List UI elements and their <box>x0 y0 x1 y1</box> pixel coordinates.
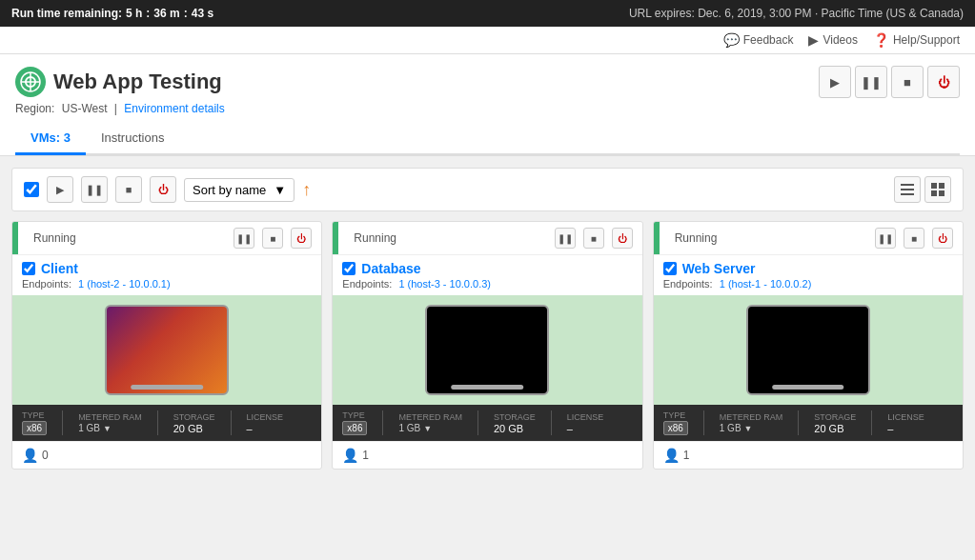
play-button[interactable]: ▶ <box>819 66 851 98</box>
vm-checkbox-database[interactable] <box>342 262 355 275</box>
sort-dropdown[interactable]: Sort by name ▼ <box>184 178 295 202</box>
users-icon-database: 👤 <box>342 448 358 463</box>
ram-value-database: 1 GB ▼ <box>398 423 462 433</box>
grid-view-icon <box>931 183 945 196</box>
vm-stop-client[interactable]: ■ <box>262 228 283 249</box>
feedback-button[interactable]: 💬 Feedback <box>723 32 794 48</box>
vm-thumbnail-client[interactable] <box>105 305 229 395</box>
divider1-client <box>62 410 63 435</box>
vm-footer-client: 👤 0 <box>12 441 321 469</box>
type-value-webserver: x86 <box>663 421 688 435</box>
runtime-label: Run time remaining: <box>11 7 122 20</box>
vm-specs-webserver: TYPE x86 METERED RAM 1 GB ▼ STORAGE 20 G… <box>654 405 963 441</box>
vm-screen-client[interactable] <box>12 295 321 405</box>
scrollbar-webserver <box>772 385 844 390</box>
license-label-webserver: LICENSE <box>887 412 924 422</box>
spec-license-webserver: LICENSE – <box>887 412 924 434</box>
vm-endpoints-database: Endpoints: 1 (host-3 - 10.0.0.3) <box>333 278 641 295</box>
vm-screen-webserver[interactable] <box>654 295 963 405</box>
app-logo <box>15 67 46 97</box>
vm-cards: Running ❚❚ ■ ⏻ Client Endpoints: 1 (host… <box>11 221 964 470</box>
sort-label: Sort by name <box>193 183 266 197</box>
runtime-display: Run time remaining: 5 h : 36 m : 43 s <box>11 7 213 20</box>
ram-label-webserver: METERED RAM <box>720 412 783 422</box>
vm-header-database: Running ❚❚ ■ ⏻ <box>333 222 641 255</box>
storage-value-webserver: 20 GB <box>814 423 856 434</box>
divider2-database <box>477 410 478 435</box>
divider3-webserver <box>871 410 872 435</box>
license-label-client: LICENSE <box>247 412 284 422</box>
endpoints-link-client[interactable]: 1 (host-2 - 10.0.0.1) <box>78 278 171 290</box>
vm-title-webserver: Web Server <box>654 255 963 278</box>
videos-label: Videos <box>823 33 857 47</box>
select-all-checkbox[interactable] <box>24 182 39 197</box>
spec-storage-webserver: STORAGE 20 GB <box>814 412 856 434</box>
list-view-icon <box>901 183 914 196</box>
vm-checkbox-webserver[interactable] <box>663 262 677 275</box>
app-title: Web App Testing <box>15 67 222 97</box>
vm-stop-database[interactable]: ■ <box>583 228 604 249</box>
divider2-webserver <box>798 410 799 435</box>
divider1-webserver <box>703 410 704 435</box>
license-label-database: LICENSE <box>567 412 604 422</box>
pause-button[interactable]: ❚❚ <box>855 66 887 98</box>
vm-card-webserver: Running ❚❚ ■ ⏻ Web Server Endpoints: 1 (… <box>653 221 964 470</box>
spec-license-database: LICENSE – <box>567 412 604 434</box>
endpoints-link-database[interactable]: 1 (host-3 - 10.0.0.3) <box>398 278 491 290</box>
vm-status-bar-webserver <box>654 222 660 254</box>
vm-power-webserver[interactable]: ⏻ <box>932 228 953 249</box>
vm-title-database: Database <box>333 255 641 278</box>
svg-rect-5 <box>901 189 914 190</box>
endpoints-link-webserver[interactable]: 1 (host-1 - 10.0.0.2) <box>720 278 812 290</box>
vm-specs-database: TYPE x86 METERED RAM 1 GB ▼ STORAGE 20 G… <box>333 405 641 441</box>
toolbar-pause-button[interactable]: ❚❚ <box>81 176 108 203</box>
type-label-database: TYPE <box>342 410 367 420</box>
region-label: Region: <box>15 102 54 115</box>
list-view-button[interactable] <box>894 176 921 203</box>
app-header: Web App Testing ▶ ❚❚ ■ ⏻ Region: US-West… <box>0 54 975 156</box>
toolbar-power-button[interactable]: ⏻ <box>150 176 176 203</box>
tab-instructions[interactable]: Instructions <box>86 123 179 155</box>
vm-status-webserver: Running <box>675 231 867 245</box>
region-row: Region: US-West | Environment details <box>15 102 960 115</box>
vm-pause-database[interactable]: ❚❚ <box>555 228 576 249</box>
stop-button[interactable]: ■ <box>891 66 924 98</box>
ram-value-webserver: 1 GB ▼ <box>720 423 783 433</box>
toolbar-play-button[interactable]: ▶ <box>47 176 73 203</box>
vm-pause-client[interactable]: ❚❚ <box>234 228 254 249</box>
vm-thumbnail-webserver[interactable] <box>746 305 870 395</box>
vm-checkbox-client[interactable] <box>22 262 35 275</box>
vm-screen-database[interactable] <box>333 295 641 405</box>
vm-power-client[interactable]: ⏻ <box>291 228 312 249</box>
vm-name-database[interactable]: Database <box>361 261 420 276</box>
tab-vms[interactable]: VMs: 3 <box>15 123 86 155</box>
vm-power-database[interactable]: ⏻ <box>612 228 633 249</box>
svg-rect-7 <box>931 183 937 189</box>
tabs: VMs: 3 Instructions <box>15 123 960 155</box>
storage-value-database: 20 GB <box>494 423 536 434</box>
divider3-database <box>551 410 552 435</box>
ram-value-client: 1 GB ▼ <box>78 423 142 433</box>
toolbar-stop-button[interactable]: ■ <box>115 176 142 203</box>
vm-pause-webserver[interactable]: ❚❚ <box>875 228 896 249</box>
svg-rect-9 <box>931 190 937 196</box>
vm-stop-webserver[interactable]: ■ <box>904 228 924 249</box>
spec-storage-client: STORAGE 20 GB <box>173 412 215 434</box>
grid-view-button[interactable] <box>924 176 951 203</box>
type-value-client: x86 <box>22 421 47 435</box>
page-title: Web App Testing <box>53 70 222 94</box>
spec-storage-database: STORAGE 20 GB <box>494 412 536 434</box>
sort-direction-icon[interactable]: ↑ <box>302 180 311 200</box>
help-button[interactable]: ❓ Help/Support <box>873 32 960 48</box>
videos-button[interactable]: ▶ Videos <box>808 32 857 48</box>
power-button[interactable]: ⏻ <box>927 66 960 98</box>
vm-name-webserver[interactable]: Web Server <box>682 261 756 276</box>
vm-thumbnail-database[interactable] <box>425 305 549 395</box>
svg-rect-10 <box>939 190 945 196</box>
vm-name-client[interactable]: Client <box>41 261 78 276</box>
ram-chevron-database: ▼ <box>423 424 432 433</box>
environment-details-link[interactable]: Environment details <box>124 102 224 115</box>
users-icon-webserver: 👤 <box>663 448 680 463</box>
videos-icon: ▶ <box>808 32 819 48</box>
feedback-label: Feedback <box>743 33 794 47</box>
